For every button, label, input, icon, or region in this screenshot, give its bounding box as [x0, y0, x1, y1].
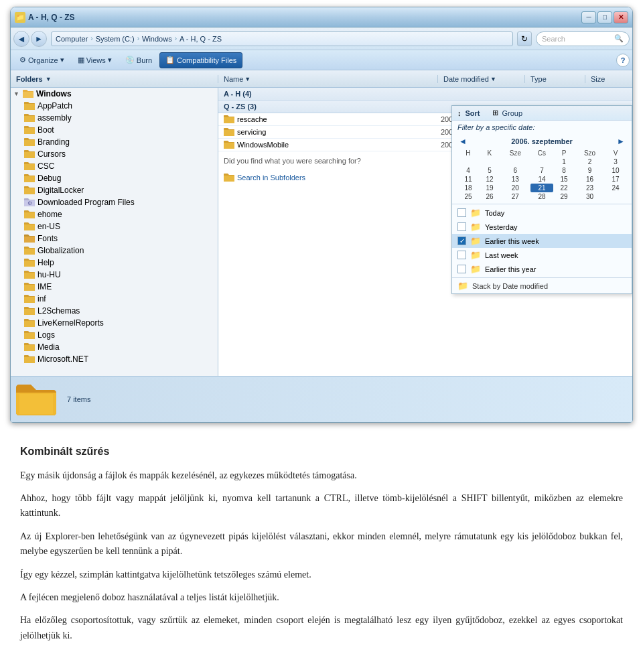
sidebar-item-livekernelreports[interactable]: LiveKernelReports [11, 317, 218, 329]
sidebar-item-assembly[interactable]: assembly [11, 112, 218, 124]
dp-stack-by-date[interactable]: 📁 Stack by Date modified [452, 277, 632, 293]
sidebar-item-ehome[interactable]: ehome [11, 208, 218, 220]
cal-day[interactable]: 6 [500, 166, 530, 175]
maximize-button[interactable]: □ [597, 11, 612, 23]
crumb-current[interactable]: A - H, Q - ZS [180, 35, 222, 43]
cal-day[interactable]: 29 [553, 192, 575, 201]
sidebar-item-media[interactable]: Media [11, 341, 218, 353]
cal-day[interactable]: 16 [575, 175, 605, 184]
cal-day[interactable]: 15 [553, 175, 575, 184]
col-name-header[interactable]: Name ▼ [218, 75, 438, 83]
cal-day-today[interactable]: 21 [530, 184, 553, 192]
refresh-button[interactable]: ↻ [517, 31, 532, 46]
compat-icon: 📋 [165, 56, 175, 64]
cal-day[interactable]: 8 [553, 166, 575, 175]
col-folders-header[interactable]: Folders ▼ [11, 75, 218, 83]
sidebar-item-apppatch[interactable]: AppPatch [11, 100, 218, 112]
compat-menu[interactable]: 📋 Compatibility Files [159, 52, 242, 68]
burn-menu[interactable]: 💿 Burn [119, 52, 158, 68]
sidebar-item-windows[interactable]: ▼ Windows [11, 88, 218, 100]
close-button[interactable]: ✕ [614, 11, 628, 23]
dp-option-earlier-week[interactable]: ✓ 📁 Earlier this week [452, 234, 632, 248]
cal-day[interactable]: 11 [457, 175, 479, 184]
cal-day[interactable]: 9 [575, 166, 605, 175]
cal-day[interactable] [530, 157, 553, 166]
minimize-button[interactable]: ─ [581, 11, 596, 23]
cal-day[interactable]: 23 [575, 184, 605, 192]
sidebar-item-ime[interactable]: IME [11, 281, 218, 293]
sidebar-item-digitallocker[interactable]: DigitalLocker [11, 184, 218, 196]
address-crumb[interactable]: Computer › System (C:) › Windows › A - H… [51, 31, 513, 46]
cal-next-button[interactable]: ► [616, 137, 626, 146]
sidebar-item-l2schemas[interactable]: L2Schemas [11, 305, 218, 317]
dp-option-label: Last week [485, 251, 518, 259]
sidebar-item-globalization[interactable]: Globalization [11, 245, 218, 257]
dp-checkbox-today[interactable] [457, 208, 466, 217]
col-type-header[interactable]: Type [525, 75, 585, 83]
cal-day[interactable]: 22 [553, 184, 575, 192]
search-box[interactable]: Search 🔍 [536, 31, 630, 46]
cal-day[interactable]: 27 [500, 192, 530, 201]
help-button[interactable]: ? [616, 54, 630, 67]
crumb-drive[interactable]: System (C:) [96, 35, 135, 43]
views-menu[interactable]: ▦ Views ▾ [72, 52, 118, 68]
titlebar-left: 📁 A - H, Q - ZS [15, 12, 75, 23]
dp-checkbox-last-week[interactable] [457, 251, 466, 259]
dp-checkbox-earlier-year[interactable] [457, 265, 466, 273]
cal-day[interactable] [500, 157, 530, 166]
cal-header-sze: Sze [500, 149, 530, 157]
dp-options: 📁 Today 📁 Yesterday ✓ 📁 Earlier this wee… [452, 204, 632, 277]
organize-menu[interactable]: ⚙ Organize ▾ [13, 52, 70, 68]
forward-button[interactable]: ► [31, 31, 47, 47]
crumb-windows[interactable]: Windows [142, 35, 172, 43]
sidebar-item-hu-hu[interactable]: hu-HU [11, 269, 218, 281]
dp-option-yesterday[interactable]: 📁 Yesterday [452, 220, 632, 234]
sidebar-item-debug[interactable]: Debug [11, 172, 218, 184]
cal-day[interactable]: 25 [457, 192, 479, 201]
cal-day[interactable] [457, 157, 479, 166]
file-group-ah[interactable]: A - H (4) [218, 88, 632, 100]
sidebar-item-microsoftnet[interactable]: Microsoft.NET [11, 353, 218, 365]
sidebar-item-boot[interactable]: Boot [11, 124, 218, 136]
cal-day[interactable]: 12 [479, 175, 500, 184]
crumb-computer[interactable]: Computer [56, 35, 88, 43]
sidebar-item-fonts[interactable]: Fonts [11, 232, 218, 245]
cal-day[interactable] [605, 192, 626, 201]
dp-checkbox-earlier-week[interactable]: ✓ [457, 237, 466, 245]
cal-day[interactable]: 1 [553, 157, 575, 166]
back-button[interactable]: ◄ [13, 31, 29, 47]
sidebar-item-cursors[interactable]: Cursors [11, 148, 218, 160]
cal-day[interactable]: 26 [479, 192, 500, 201]
sidebar-item-inf[interactable]: inf [11, 293, 218, 305]
cal-day[interactable]: 5 [479, 166, 500, 175]
cal-day[interactable]: 20 [500, 184, 530, 192]
sidebar-item-downloaded[interactable]: ⚙ Downloaded Program Files [11, 196, 218, 208]
cal-day[interactable]: 3 [605, 157, 626, 166]
dp-checkbox-yesterday[interactable] [457, 222, 466, 231]
sidebar-item-en-us[interactable]: en-US [11, 220, 218, 232]
col-size-header[interactable]: Size [585, 75, 632, 83]
cal-day[interactable]: 17 [605, 175, 626, 184]
cal-day[interactable]: 18 [457, 184, 479, 192]
dp-option-today[interactable]: 📁 Today [452, 206, 632, 220]
sidebar-item-help[interactable]: Help [11, 257, 218, 269]
cal-day[interactable]: 14 [530, 175, 553, 184]
cal-day[interactable]: 10 [605, 166, 626, 175]
sidebar-item-logs[interactable]: Logs [11, 329, 218, 341]
cal-day[interactable]: 2 [575, 157, 605, 166]
sidebar-item-csc[interactable]: CSC [11, 160, 218, 172]
cal-day[interactable]: 19 [479, 184, 500, 192]
dp-option-earlier-year[interactable]: 📁 Earlier this year [452, 262, 632, 276]
cal-day[interactable] [479, 157, 500, 166]
cal-day[interactable]: 4 [457, 166, 479, 175]
cal-day[interactable]: 28 [530, 192, 553, 201]
dp-option-last-week[interactable]: 📁 Last week [452, 248, 632, 262]
sidebar-item-branding[interactable]: Branding [11, 136, 218, 148]
col-date-header[interactable]: Date modified ▼ [438, 75, 525, 83]
cal-prev-button[interactable]: ◄ [457, 137, 468, 146]
search-icon[interactable]: 🔍 [614, 34, 624, 43]
cal-day[interactable]: 30 [575, 192, 605, 201]
cal-day[interactable]: 7 [530, 166, 553, 175]
cal-day[interactable]: 13 [500, 175, 530, 184]
cal-day[interactable]: 24 [605, 184, 626, 192]
